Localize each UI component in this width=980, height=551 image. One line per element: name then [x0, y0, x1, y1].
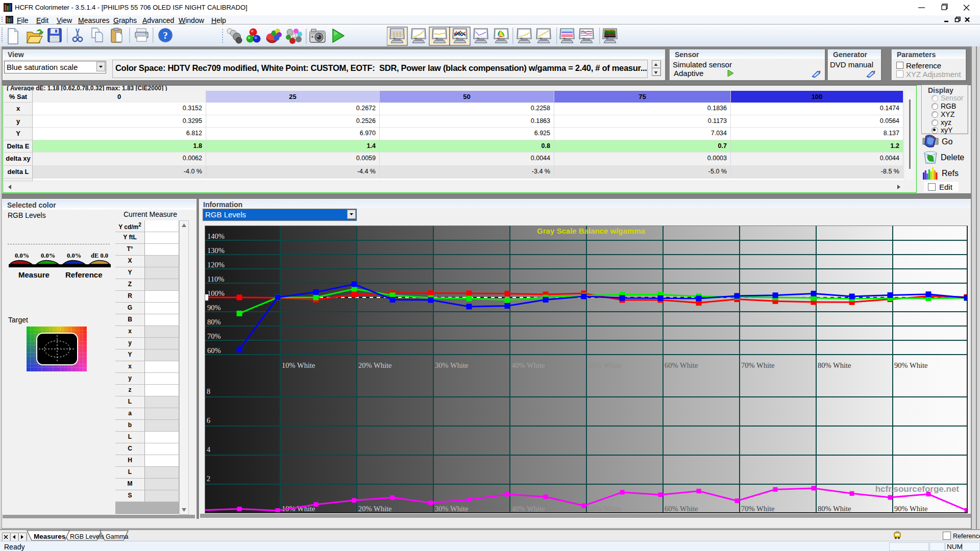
- svg-text:70% White: 70% White: [741, 361, 774, 369]
- svg-text:90% White: 90% White: [894, 505, 927, 512]
- svg-text:6: 6: [207, 417, 210, 424]
- svg-text:80% White: 80% White: [818, 361, 851, 369]
- svg-text:90%: 90%: [207, 304, 221, 312]
- svg-text:Gray Scale Balance w/gamma: Gray Scale Balance w/gamma: [537, 227, 645, 235]
- svg-text:70%: 70%: [207, 332, 221, 340]
- svg-text:20% White: 20% White: [358, 505, 391, 512]
- svg-text:80%: 80%: [207, 318, 221, 326]
- svg-text:120%: 120%: [207, 261, 225, 269]
- svg-text:70% White: 70% White: [741, 505, 774, 512]
- svg-text:60% White: 60% White: [665, 505, 698, 512]
- svg-text:?: ?: [163, 30, 168, 41]
- svg-text:4: 4: [207, 446, 210, 454]
- svg-text:50% White: 50% White: [588, 505, 621, 512]
- svg-text:30% White: 30% White: [435, 361, 468, 369]
- svg-text:130%: 130%: [207, 246, 225, 255]
- svg-text:140%: 140%: [207, 232, 225, 240]
- svg-text:50% White: 50% White: [588, 361, 621, 369]
- svg-text:40% White: 40% White: [511, 361, 545, 369]
- svg-text:hcfr.sourceforge.net: hcfr.sourceforge.net: [875, 484, 960, 494]
- svg-text:60%: 60%: [207, 346, 221, 355]
- svg-text:20% White: 20% White: [358, 361, 391, 369]
- svg-text:10% White: 10% White: [282, 361, 315, 369]
- svg-text:40% White: 40% White: [511, 505, 545, 512]
- svg-text:60% White: 60% White: [665, 361, 698, 369]
- svg-text:30% White: 30% White: [435, 505, 468, 512]
- svg-text:100%: 100%: [207, 289, 225, 297]
- svg-text:110%: 110%: [207, 275, 224, 283]
- svg-text:80% White: 80% White: [818, 505, 851, 512]
- svg-text:90% White: 90% White: [894, 361, 927, 369]
- svg-text:8: 8: [207, 388, 210, 395]
- svg-text:2: 2: [207, 475, 210, 483]
